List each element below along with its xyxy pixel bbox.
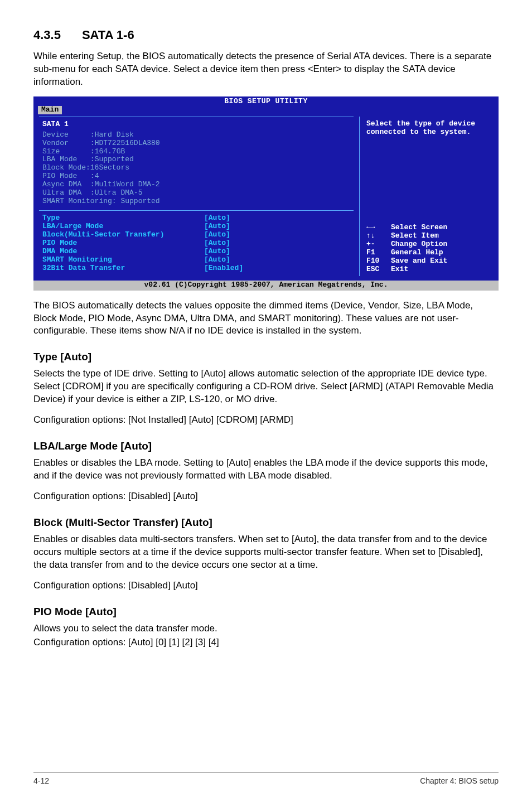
bios-tab-main[interactable]: Main xyxy=(38,106,62,114)
dim-row: SMART Monitoring: Supported xyxy=(42,197,160,205)
section-title: SATA 1-6 xyxy=(82,28,134,42)
bios-panel-title: SATA 1 xyxy=(39,119,354,130)
bios-option-row[interactable]: SMART Monitoring[Auto] xyxy=(42,256,350,264)
dim-row: Device :Hard Disk xyxy=(42,131,134,139)
intro-paragraph: While entering Setup, the BIOS automatic… xyxy=(33,50,499,89)
bios-options: Type[Auto] LBA/Large Mode[Auto] Block(Mu… xyxy=(39,210,354,276)
dim-row: Size :164.7GB xyxy=(42,147,125,156)
page-footer: 4-12 Chapter 4: BIOS setup xyxy=(33,772,499,785)
bios-help-text: Select the type of device connected to t… xyxy=(366,117,493,137)
dim-row: Block Mode:16Sectors xyxy=(42,163,129,172)
esc-key-icon: ESC xyxy=(366,265,391,274)
key-row: ←→Select Screen xyxy=(366,223,447,231)
type-body: Selects the type of IDE drive. Setting t… xyxy=(33,368,499,406)
bios-help-pane: Select the type of device connected to t… xyxy=(359,117,493,276)
post-bios-paragraph: The BIOS automatically detects the value… xyxy=(33,299,499,338)
bios-key-legend: ←→Select Screen ↑↓Select Item +-Change O… xyxy=(366,224,447,274)
bios-title: BIOS SETUP UTILITY xyxy=(33,96,499,106)
pio-config: Configuration options: [Auto] [0] [1] [2… xyxy=(33,636,499,649)
bios-option-row[interactable]: 32Bit Data Transfer[Enabled] xyxy=(42,264,350,273)
bios-option-row[interactable]: DMA Mode[Auto] xyxy=(42,248,350,256)
lba-heading: LBA/Large Mode [Auto] xyxy=(33,440,499,452)
key-row: F1General Help xyxy=(366,248,443,257)
block-config: Configuration options: [Disabled] [Auto] xyxy=(33,579,499,592)
bios-footer: v02.61 (C)Copyright 1985-2007, American … xyxy=(33,281,499,291)
type-heading: Type [Auto] xyxy=(33,351,499,363)
dim-row: LBA Mode :Supported xyxy=(42,155,134,163)
dim-row: PIO Mode :4 xyxy=(42,172,99,180)
arrows-lr-icon: ←→ xyxy=(366,224,391,232)
lba-body: Enables or disables the LBA mode. Settin… xyxy=(33,457,499,482)
plus-minus-icon: +- xyxy=(366,240,391,249)
bios-dim-list: Device :Hard Disk Vendor :HDT722516DLA38… xyxy=(39,130,354,209)
dim-row: Async DMA :MultiWord DMA-2 xyxy=(42,180,160,189)
pio-heading: PIO Mode [Auto] xyxy=(33,606,499,618)
chapter-label: Chapter 4: BIOS setup xyxy=(420,776,499,785)
dim-row: Ultra DMA :Ultra DMA-5 xyxy=(42,189,142,197)
bios-option-row[interactable]: LBA/Large Mode[Auto] xyxy=(42,223,350,231)
arrows-ud-icon: ↑↓ xyxy=(366,232,391,240)
bios-left-pane: SATA 1 Device :Hard Disk Vendor :HDT7225… xyxy=(39,117,359,276)
bios-panel: BIOS SETUP UTILITY Main SATA 1 Device :H… xyxy=(33,96,499,291)
type-config: Configuration options: [Not Installed] [… xyxy=(33,414,499,427)
block-body: Enables or disables data multi-sectors t… xyxy=(33,533,499,572)
bios-tab-row: Main xyxy=(33,106,499,117)
section-heading: 4.3.5SATA 1-6 xyxy=(33,28,499,42)
key-row: +-Change Option xyxy=(366,240,447,248)
key-row: F10Save and Exit xyxy=(366,257,447,265)
bios-option-row[interactable]: Block(Multi-Sector Transfer)[Auto] xyxy=(42,231,350,239)
bios-option-row[interactable]: PIO Mode[Auto] xyxy=(42,239,350,248)
pio-body: Allows you to select the data transfer m… xyxy=(33,622,499,635)
f1-key-icon: F1 xyxy=(366,249,391,257)
bios-option-row[interactable]: Type[Auto] xyxy=(42,214,350,223)
block-heading: Block (Multi-Sector Transfer) [Auto] xyxy=(33,516,499,529)
lba-config: Configuration options: [Disabled] [Auto] xyxy=(33,490,499,503)
key-row: ↑↓Select Item xyxy=(366,231,439,240)
dim-row: Vendor :HDT722516DLA380 xyxy=(42,139,160,147)
section-number: 4.3.5 xyxy=(33,28,61,42)
f10-key-icon: F10 xyxy=(366,257,391,265)
page-number: 4-12 xyxy=(33,776,49,785)
key-row: ESCExit xyxy=(366,265,408,273)
